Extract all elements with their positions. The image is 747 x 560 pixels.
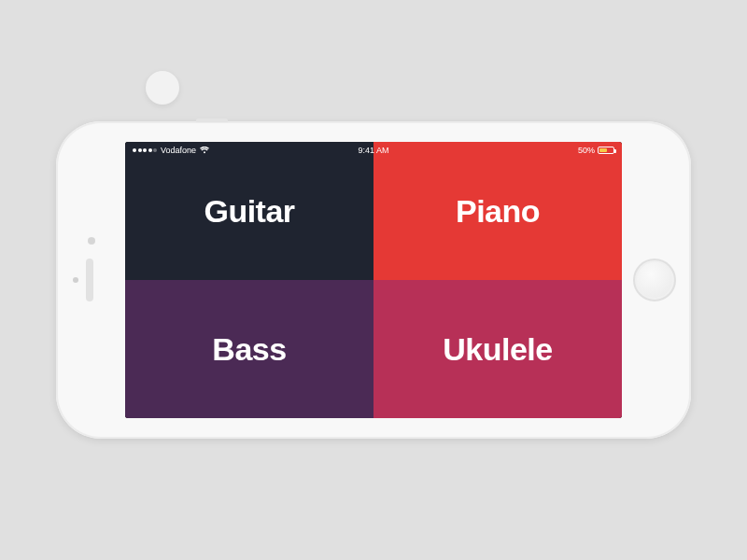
decorative-dot xyxy=(146,71,179,105)
tile-piano[interactable]: Piano xyxy=(374,142,622,280)
status-left: Vodafone xyxy=(133,146,293,155)
phone-sensor-dot xyxy=(88,237,95,245)
tile-ukulele[interactable]: Ukulele xyxy=(374,280,622,418)
phone-camera xyxy=(73,277,78,283)
status-right: 50% xyxy=(454,146,614,155)
tile-label: Piano xyxy=(456,193,540,230)
battery-icon xyxy=(598,147,614,154)
phone-screen: Vodafone 9:41 AM 50% Guitar Piano xyxy=(125,142,622,418)
status-time: 9:41 AM xyxy=(293,146,454,155)
tile-label: Guitar xyxy=(204,193,294,230)
tile-guitar[interactable]: Guitar xyxy=(125,142,374,280)
status-bar: Vodafone 9:41 AM 50% xyxy=(125,142,622,159)
battery-percent: 50% xyxy=(578,146,595,155)
signal-strength-icon xyxy=(133,148,157,152)
phone-speaker xyxy=(86,259,93,301)
tile-label: Bass xyxy=(212,331,286,368)
home-button[interactable] xyxy=(633,259,676,301)
instrument-grid: Guitar Piano Bass Ukulele xyxy=(125,142,622,418)
phone-frame: Vodafone 9:41 AM 50% Guitar Piano xyxy=(56,121,691,439)
tile-label: Ukulele xyxy=(443,331,552,368)
tile-bass[interactable]: Bass xyxy=(125,280,374,418)
carrier-label: Vodafone xyxy=(161,146,196,155)
wifi-icon xyxy=(200,147,209,154)
phone-side-button xyxy=(196,119,228,122)
